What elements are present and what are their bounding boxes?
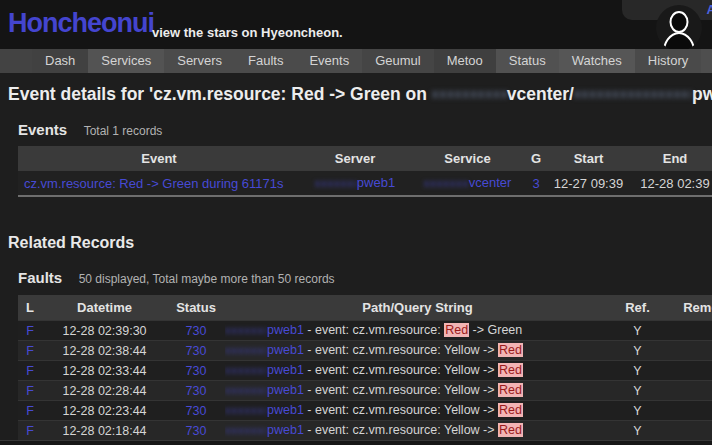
highlight-red: Red xyxy=(498,363,523,377)
top-header: Honcheonui view the stars on Hyeoncheon.… xyxy=(0,0,712,49)
events-section-title: Events xyxy=(18,121,67,138)
redacted-service-prefix: xxxxxxxx xyxy=(424,177,469,190)
fault-datetime: 12-28 02:39:30 xyxy=(42,324,167,338)
nav-item-dash[interactable]: Dash xyxy=(32,49,88,73)
event-detail-link[interactable]: cz.vm.resource: Red -> Green during 6117… xyxy=(24,176,284,191)
service-link[interactable]: xxxxxxxxvcenter xyxy=(424,175,512,190)
events-table-header: Event Server Service G Start End xyxy=(18,146,712,171)
fault-server-link[interactable]: xxxxxxxxpweb1 xyxy=(225,383,304,397)
fault-ref: Y xyxy=(610,324,665,338)
redacted-host-prefix: xxxxxxxx xyxy=(225,424,267,437)
fault-ref: Y xyxy=(610,344,665,358)
nav-item-history[interactable]: History xyxy=(635,49,701,73)
nav-item-servers[interactable]: Servers xyxy=(164,49,235,73)
fault-server-link[interactable]: xxxxxxxxpweb1 xyxy=(225,343,304,357)
brand-title: Honcheonui xyxy=(8,8,154,39)
page-title-prefix: Event details for 'cz.vm.resource: Red -… xyxy=(8,84,432,104)
highlight-red: Red xyxy=(498,383,523,397)
redacted-host-prefix: xxxxxxxx xyxy=(225,344,267,357)
fault-datetime: 12-28 02:28:44 xyxy=(42,384,167,398)
col-header-path: Path/Query String xyxy=(225,300,610,315)
brand-tagline: view the stars on Hyeoncheon. xyxy=(152,25,343,40)
fault-server-link[interactable]: xxxxxxxxpweb1 xyxy=(225,363,304,377)
app-window: Honcheonui view the stars on Hyeoncheon.… xyxy=(0,0,712,445)
fault-server-link[interactable]: xxxxxxxxpweb1 xyxy=(225,403,304,417)
col-header-service: Service xyxy=(410,151,525,166)
faults-table-header: L Datetime Status Path/Query String Ref.… xyxy=(18,295,712,320)
fault-ref: Y xyxy=(610,384,665,398)
server-link[interactable]: xxxxxxxxpweb1 xyxy=(315,175,395,190)
col-header-datetime: Datetime xyxy=(42,300,167,315)
nav-item-watches[interactable]: Watches xyxy=(559,49,635,73)
page-title-server-suffix: pweb xyxy=(692,84,712,104)
redacted-host-prefix: xxxxxxxx xyxy=(225,384,267,397)
fault-path: xxxxxxxxpweb1 - event: cz.vm.resource: Y… xyxy=(225,423,610,437)
nav-item-metoo[interactable]: Metoo xyxy=(434,49,496,73)
fault-row: F 12-28 02:23:44 730 xxxxxxxxpweb1 - eve… xyxy=(18,400,712,420)
fault-level-link[interactable]: F xyxy=(26,424,34,438)
main-nav: Dash Services Servers Faults Events Geum… xyxy=(0,49,712,73)
fault-ref: Y xyxy=(610,424,665,438)
fault-ref: Y xyxy=(610,404,665,418)
nav-item-geumul[interactable]: Geumul xyxy=(362,49,434,73)
events-table: Event Server Service G Start End cz.vm.r… xyxy=(18,146,712,197)
event-row: cz.vm.resource: Red -> Green during 6117… xyxy=(18,171,712,197)
fault-status-link[interactable]: 730 xyxy=(186,324,207,338)
fault-path: xxxxxxxxpweb1 - event: cz.vm.resource: Y… xyxy=(225,403,610,417)
nav-item-faults[interactable]: Faults xyxy=(235,49,296,73)
fault-status-link[interactable]: 730 xyxy=(186,384,207,398)
fault-level-link[interactable]: F xyxy=(26,364,34,378)
redacted-host-prefix: xxxxxxxx xyxy=(225,404,267,417)
page-title: Event details for 'cz.vm.resource: Red -… xyxy=(8,84,712,105)
nav-item-events[interactable]: Events xyxy=(296,49,362,73)
fault-status-link[interactable]: 730 xyxy=(186,364,207,378)
faults-record-count: 50 displayed, Total maybe more than 50 r… xyxy=(79,272,335,286)
fault-status-link[interactable]: 730 xyxy=(186,404,207,418)
fault-level-link[interactable]: F xyxy=(26,344,34,358)
avatar-head-shape xyxy=(670,11,689,33)
grade-link[interactable]: 3 xyxy=(532,176,539,191)
fault-row: F 12-28 02:33:44 730 xxxxxxxxpweb1 - eve… xyxy=(18,360,712,380)
fault-datetime: 12-28 02:23:44 xyxy=(42,404,167,418)
col-header-removed: Removed xyxy=(665,300,712,315)
event-end-time: 12-28 02:39 xyxy=(630,176,712,191)
nav-item-user[interactable]: User xyxy=(701,49,712,73)
col-header-start: Start xyxy=(547,151,630,166)
fault-row: F 12-28 02:38:44 730 xxxxxxxxpweb1 - eve… xyxy=(18,340,712,360)
nav-item-services[interactable]: Services xyxy=(88,49,164,73)
fault-path: xxxxxxxxpweb1 - event: cz.vm.resource: Y… xyxy=(225,383,610,397)
faults-table-body: F 12-28 02:39:30 730 xxxxxxxxpweb1 - eve… xyxy=(18,320,712,440)
highlight-red: Red xyxy=(498,423,523,437)
next-row-edge xyxy=(0,440,712,445)
fault-row: F 12-28 02:28:44 730 xxxxxxxxpweb1 - eve… xyxy=(18,380,712,400)
related-records-title: Related Records xyxy=(8,234,134,252)
events-section-header: Events Total 1 records xyxy=(18,121,162,139)
fault-status-link[interactable]: 730 xyxy=(186,424,207,438)
highlight-red: Red xyxy=(498,403,523,417)
corner-link-fragment[interactable]: A xyxy=(707,2,712,17)
fault-server-link[interactable]: xxxxxxxxpweb1 xyxy=(225,323,304,337)
fault-datetime: 12-28 02:33:44 xyxy=(42,364,167,378)
col-header-g: G xyxy=(525,151,547,166)
fault-row: F 12-28 02:39:30 730 xxxxxxxxpweb1 - eve… xyxy=(18,320,712,340)
redacted-host-prefix: xxxxxxxx xyxy=(225,364,267,377)
fault-row: F 12-28 02:18:44 730 xxxxxxxxpweb1 - eve… xyxy=(18,420,712,440)
fault-status-link[interactable]: 730 xyxy=(186,344,207,358)
col-header-status: Status xyxy=(167,300,225,315)
nav-item-status[interactable]: Status xyxy=(496,49,559,73)
fault-level-link[interactable]: F xyxy=(26,324,34,338)
col-header-server: Server xyxy=(300,151,410,166)
user-avatar-icon[interactable] xyxy=(656,5,702,51)
fault-path: xxxxxxxxpweb1 - event: cz.vm.resource: Y… xyxy=(225,363,610,377)
fault-ref: Y xyxy=(610,364,665,378)
fault-level-link[interactable]: F xyxy=(26,404,34,418)
page-title-service-suffix: vcenter/ xyxy=(507,84,574,104)
fault-path: xxxxxxxxpweb1 - event: cz.vm.resource: R… xyxy=(225,323,610,337)
fault-level-link[interactable]: F xyxy=(26,384,34,398)
redacted-server-name: xxxxxxxxxxxxxxxxxxxx xyxy=(574,87,692,101)
col-header-end: End xyxy=(630,151,712,166)
fault-server-link[interactable]: xxxxxxxxpweb1 xyxy=(225,423,304,437)
highlight-red: Red xyxy=(444,323,469,337)
redacted-host-prefix: xxxxxxxx xyxy=(225,324,267,337)
redacted-service-name: xxxxxxxxxxxx xyxy=(432,87,507,101)
